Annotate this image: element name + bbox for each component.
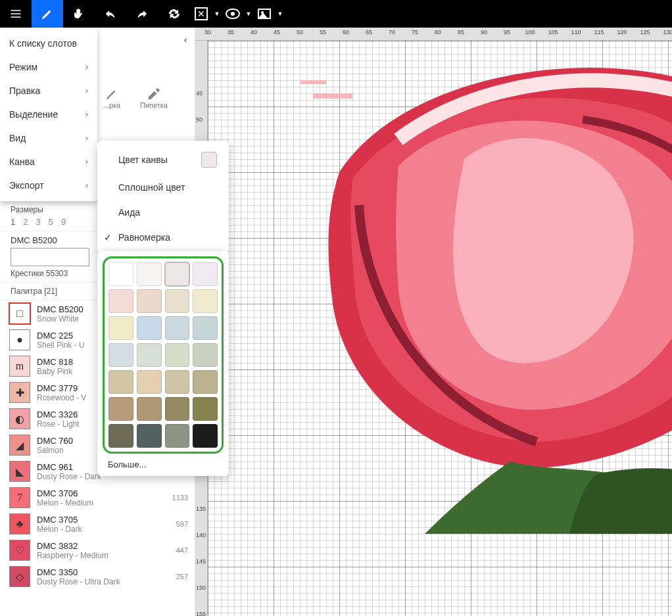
color-swatch[interactable]	[108, 289, 133, 313]
ruler-tick: 145	[196, 558, 206, 565]
svg-rect-0	[300, 80, 326, 84]
submenu-solid-color[interactable]: Сплошной цвет	[97, 175, 229, 200]
color-swatch[interactable]	[137, 424, 162, 448]
menu-mode[interactable]: Режим›	[0, 55, 97, 79]
ruler-tick: 50	[196, 116, 203, 123]
color-swatch[interactable]	[108, 343, 133, 367]
palette-code: DMC 3705	[37, 515, 162, 525]
ruler-tick: 130	[663, 29, 672, 36]
chevron-right-icon: ›	[85, 181, 88, 190]
color-swatch[interactable]	[193, 370, 218, 394]
ruler-tick: 60	[343, 29, 349, 36]
canvas[interactable]	[208, 41, 672, 616]
color-swatch[interactable]	[108, 424, 133, 448]
palette-swatch: ♡	[9, 540, 30, 561]
color-swatch[interactable]	[165, 289, 190, 313]
redo-button[interactable]	[126, 0, 158, 28]
color-swatch[interactable]	[165, 424, 190, 448]
submenu-evenweave[interactable]: ✓ Равномерка	[97, 225, 229, 250]
menu-back[interactable]: К списку слотов	[0, 32, 97, 55]
pipette-icon	[147, 87, 161, 101]
palette-item[interactable]: ♡DMC 3832Raspberry - Medium447	[0, 537, 195, 563]
color-swatch[interactable]	[165, 316, 190, 340]
size-option[interactable]: 3	[36, 217, 40, 227]
collapse-sidebar-button[interactable]: ‹	[179, 33, 192, 46]
color-swatch[interactable]	[137, 316, 162, 340]
color-more-button[interactable]: Больше...	[103, 454, 224, 472]
ruler-tick: 155	[196, 611, 206, 616]
color-swatch[interactable]	[193, 343, 218, 367]
ruler-tick: 30	[204, 29, 211, 36]
menu-edit[interactable]: Правка›	[0, 79, 97, 103]
color-swatch[interactable]	[137, 370, 162, 394]
top-toolbar: ✕ ▼ ▼ ▼	[0, 0, 672, 28]
ruler-tick: 80	[435, 29, 441, 36]
color-swatch[interactable]	[165, 397, 190, 421]
image-button[interactable]	[252, 0, 276, 28]
sync-button[interactable]	[158, 0, 189, 28]
palette-count: 1133	[162, 494, 188, 502]
close-tool-dropdown[interactable]: ▼	[213, 11, 221, 17]
color-swatch[interactable]	[108, 316, 133, 340]
palette-code: DMC 3832	[37, 541, 162, 551]
eraser-tool[interactable]: ...рка	[92, 87, 132, 109]
hand-button[interactable]	[63, 0, 95, 28]
palette-swatch: ●	[9, 329, 30, 350]
color-swatch[interactable]	[165, 370, 190, 394]
size-option[interactable]: 2	[23, 217, 28, 227]
ruler-horizontal: 3035404550556065707580859095100105110115…	[195, 28, 672, 41]
close-tool-button[interactable]: ✕	[189, 0, 213, 28]
pipette-tool[interactable]: Пипетка	[134, 87, 174, 109]
palette-item[interactable]: ◇DMC 3350Dusty Rose - Ultra Dark257	[0, 563, 195, 590]
color-swatch[interactable]	[193, 262, 218, 286]
palette-swatch: 7	[9, 487, 30, 508]
pencil-button[interactable]	[32, 0, 63, 28]
color-swatch[interactable]	[193, 397, 218, 421]
palette-swatch: m	[9, 356, 30, 377]
hand-icon	[72, 7, 85, 20]
ruler-tick: 50	[297, 29, 303, 36]
menu-canvas[interactable]: Канва›	[0, 150, 97, 174]
ruler-tick: 100	[525, 29, 535, 36]
color-swatch[interactable]	[108, 370, 133, 394]
eraser-label: ...рка	[103, 101, 120, 109]
palette-item[interactable]: ♣DMC 3705Melon - Dark597	[0, 511, 195, 537]
palette-code: DMC 3350	[37, 567, 162, 577]
submenu-canvas-color[interactable]: Цвет канвы	[97, 145, 229, 175]
palette-name: Melon - Dark	[37, 525, 162, 534]
artwork-preview	[228, 41, 672, 534]
ruler-tick: 140	[196, 532, 206, 538]
menu-selection[interactable]: Выделение›	[0, 103, 97, 126]
undo-button[interactable]	[95, 0, 126, 28]
submenu-aida[interactable]: Аида	[97, 200, 229, 225]
chevron-right-icon: ›	[85, 157, 88, 166]
menu-view[interactable]: Вид›	[0, 126, 97, 150]
size-option[interactable]: 9	[61, 217, 66, 227]
color-swatch[interactable]	[193, 316, 218, 340]
color-swatch[interactable]	[193, 289, 218, 313]
color-swatch[interactable]	[193, 424, 218, 448]
size-option[interactable]: 5	[49, 217, 53, 227]
ruler-tick: 135	[196, 506, 206, 512]
color-swatch[interactable]	[137, 289, 162, 313]
color-swatch[interactable]	[108, 262, 133, 286]
svg-rect-1	[313, 93, 352, 99]
palette-swatch: ◇	[9, 566, 30, 587]
color-swatch[interactable]	[108, 397, 133, 421]
color-swatch[interactable]	[165, 343, 190, 367]
color-swatch[interactable]	[137, 343, 162, 367]
size-option[interactable]: 1	[11, 217, 15, 227]
ruler-tick: 45	[274, 29, 280, 36]
menu-button[interactable]	[0, 0, 32, 28]
pencil-icon	[41, 7, 54, 20]
image-dropdown[interactable]: ▼	[276, 11, 284, 17]
ruler-tick: 115	[594, 29, 604, 36]
current-color-swatch[interactable]	[11, 248, 89, 266]
eye-dropdown[interactable]: ▼	[245, 11, 252, 17]
menu-export[interactable]: Экспорт›	[0, 174, 97, 197]
color-swatch[interactable]	[165, 262, 190, 286]
color-swatch[interactable]	[137, 262, 162, 286]
eye-button[interactable]	[221, 0, 245, 28]
palette-item[interactable]: 7DMC 3706Melon - Medium1133	[0, 485, 195, 511]
color-swatch[interactable]	[137, 397, 162, 421]
